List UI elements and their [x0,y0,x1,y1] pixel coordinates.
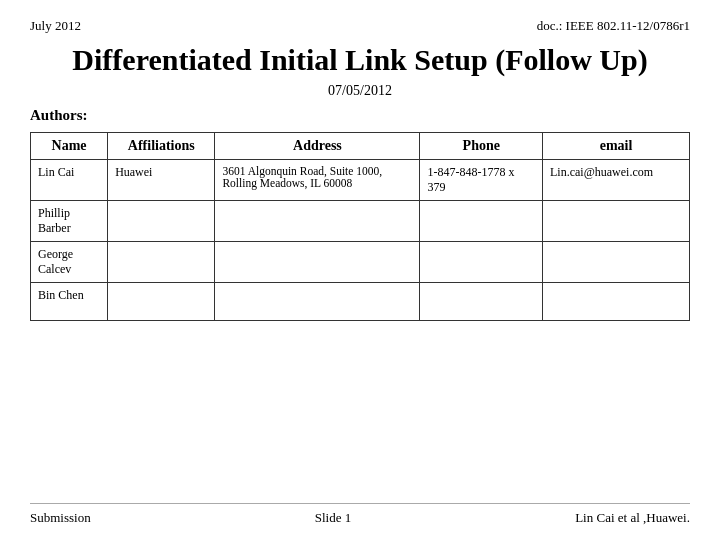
table-header-row: Name Affiliations Address Phone email [31,133,690,160]
footer-slide: Slide 1 [315,510,351,526]
footer: Submission Slide 1 Lin Cai et al ,Huawei… [30,503,690,526]
page-date: 07/05/2012 [30,83,690,99]
header-right: doc.: IEEE 802.11-12/0786r1 [537,18,690,34]
cell-email: Lin.cai@huawei.com [543,160,690,201]
cell-affil [108,242,215,283]
cell-email [543,201,690,242]
table-row: Phillip Barber [31,201,690,242]
cell-address [215,242,420,283]
cell-email [543,283,690,321]
header: July 2012 doc.: IEEE 802.11-12/0786r1 [30,18,690,34]
table-row: Lin Cai Huawei 3601 Algonquin Road, Suit… [31,160,690,201]
cell-name: George Calcev [31,242,108,283]
cell-affil [108,283,215,321]
col-header-email: email [543,133,690,160]
cell-name: Bin Chen [31,283,108,321]
cell-email [543,242,690,283]
cell-phone [420,283,543,321]
header-left: July 2012 [30,18,81,34]
cell-address: 3601 Algonquin Road, Suite 1000, Rolling… [215,160,420,201]
col-header-name: Name [31,133,108,160]
footer-submission: Submission [30,510,91,526]
col-header-affil: Affiliations [108,133,215,160]
table-row: Bin Chen [31,283,690,321]
page-title: Differentiated Initial Link Setup (Follo… [30,42,690,77]
authors-table: Name Affiliations Address Phone email Li… [30,132,690,321]
cell-affil [108,201,215,242]
page: July 2012 doc.: IEEE 802.11-12/0786r1 Di… [0,0,720,540]
cell-name: Lin Cai [31,160,108,201]
authors-label: Authors: [30,107,690,124]
cell-address [215,201,420,242]
cell-address [215,283,420,321]
footer-author: Lin Cai et al ,Huawei. [575,510,690,526]
col-header-address: Address [215,133,420,160]
cell-phone: 1-847-848-1778 x 379 [420,160,543,201]
cell-phone [420,242,543,283]
cell-affil: Huawei [108,160,215,201]
table-row: George Calcev [31,242,690,283]
col-header-phone: Phone [420,133,543,160]
cell-name: Phillip Barber [31,201,108,242]
cell-phone [420,201,543,242]
